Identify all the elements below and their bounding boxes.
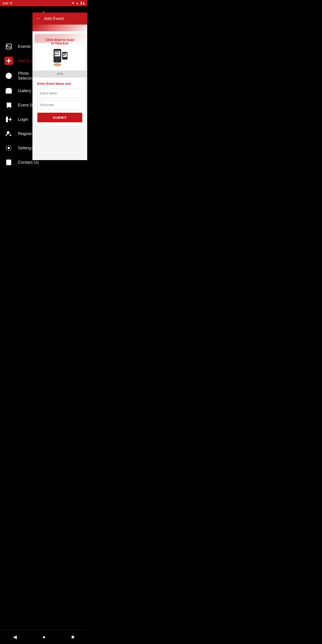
svg-rect-28 <box>58 54 59 55</box>
check-circle-icon <box>4 72 13 80</box>
svg-rect-47 <box>64 54 66 55</box>
sidebar-item-label-login: Login <box>18 117 28 122</box>
scan-section: Click down to Scanto View Eve <box>35 34 85 70</box>
settings-icon <box>4 144 13 152</box>
svg-rect-45 <box>64 54 64 55</box>
panel-decoration <box>32 24 87 31</box>
wifi-icon: ▼ <box>72 1 75 5</box>
signal-icon: ▐ <box>80 2 82 5</box>
sidebar-item-label-gallery: Gallery <box>18 88 31 93</box>
back-button[interactable]: ← <box>36 16 41 22</box>
sidebar-item-label-register: Register <box>18 131 34 136</box>
svg-rect-26 <box>57 54 59 54</box>
svg-rect-20 <box>55 54 56 55</box>
svg-rect-4 <box>7 88 11 89</box>
event-name-input[interactable] <box>37 88 82 98</box>
settings-status-icon: ⚙ <box>10 2 12 5</box>
svg-rect-22 <box>57 52 57 52</box>
svg-rect-21 <box>56 51 57 52</box>
svg-rect-17 <box>58 52 58 52</box>
svg-rect-42 <box>63 55 64 56</box>
svg-rect-39 <box>65 54 66 54</box>
wifi-full-icon: ▲ <box>76 1 79 5</box>
svg-point-1 <box>7 45 8 46</box>
svg-point-29 <box>56 61 58 62</box>
right-panel: ← Add Event Click down to Scanto View Ev… <box>32 12 87 160</box>
image-bookmark-icon <box>4 42 13 51</box>
sidebar-item-label-settings: Settings <box>18 146 33 150</box>
sidebar-item-label-events: Events <box>18 44 31 49</box>
svg-point-8 <box>8 161 10 163</box>
svg-rect-36 <box>63 54 64 54</box>
svg-rect-24 <box>57 52 57 53</box>
svg-rect-23 <box>56 52 57 52</box>
sidebar-item-label-contact-us: Contact Us <box>18 160 39 165</box>
panel-header: ← Add Event <box>32 12 87 24</box>
panel-title: Add Event <box>44 16 64 21</box>
bookmark-icon <box>4 101 13 109</box>
plus-icon <box>4 56 13 65</box>
svg-rect-0 <box>6 44 12 49</box>
login-icon <box>4 115 13 124</box>
battery-icon: ▮ <box>83 2 84 5</box>
svg-point-6 <box>8 147 10 149</box>
svg-point-30 <box>54 63 61 66</box>
qr-phone-illustration <box>52 48 68 66</box>
enter-event-section: Enter Event Name and SUBMIT <box>35 78 85 126</box>
person-add-icon <box>4 130 13 138</box>
passcode-input[interactable] <box>37 100 82 110</box>
svg-point-5 <box>7 132 10 134</box>
gallery-icon <box>4 86 13 95</box>
submit-button[interactable]: SUBMIT <box>37 113 82 122</box>
status-bar: 4:47 ⚙ ▼ ▲ ▐ ▮ <box>0 0 87 6</box>
svg-rect-43 <box>64 53 64 54</box>
svg-rect-25 <box>56 54 57 54</box>
svg-rect-44 <box>64 54 64 54</box>
contact-icon <box>4 158 13 166</box>
status-time: 4:47 <box>3 2 8 5</box>
enter-event-title: Enter Event Name and <box>37 82 82 86</box>
svg-rect-27 <box>57 54 58 55</box>
or-divider: (OR) <box>32 70 87 77</box>
scan-text: Click down to Scanto View Eve <box>46 38 74 45</box>
svg-rect-46 <box>64 55 66 56</box>
svg-rect-14 <box>55 52 56 52</box>
